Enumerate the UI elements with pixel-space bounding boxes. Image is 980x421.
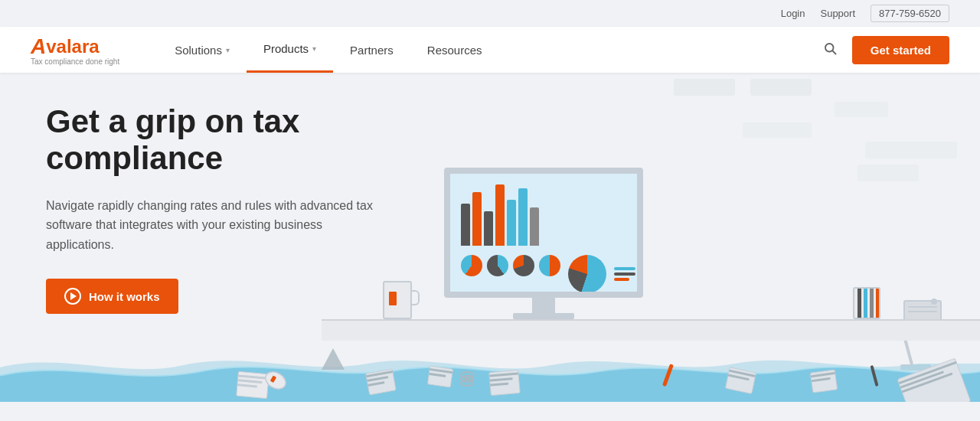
nav-products[interactable]: Products ▾ <box>247 27 333 73</box>
big-pie-chart <box>568 255 606 293</box>
bar-3 <box>484 211 493 246</box>
legend-line-2 <box>614 273 635 276</box>
top-bar: Login Support 877-759-6520 <box>0 0 980 27</box>
legend-line-1 <box>614 267 635 270</box>
play-icon <box>64 288 81 305</box>
bar-7 <box>530 207 539 246</box>
chart-area <box>458 181 639 284</box>
nav-resources[interactable]: Resources <box>410 27 499 73</box>
login-link[interactable]: Login <box>781 8 805 19</box>
monitor-stand <box>532 298 555 313</box>
logo-a-icon: A <box>31 34 46 59</box>
logo-area[interactable]: A valara Tax compliance done right <box>31 34 119 66</box>
hero-content: Get a grip on tax compliance Navigate ra… <box>0 103 398 314</box>
lamp-rib-2 <box>908 311 937 312</box>
nav-partners[interactable]: Partners <box>333 27 410 73</box>
bar-chart <box>458 181 639 249</box>
pencil-1 <box>858 287 861 318</box>
pencil-3 <box>870 287 874 318</box>
nav-right: Get started <box>820 36 949 64</box>
donut-1 <box>461 255 482 276</box>
waves-container <box>0 325 980 402</box>
pie-chart-row <box>458 252 639 296</box>
svg-line-1 <box>832 51 835 54</box>
holder-body <box>853 287 880 319</box>
pencil-holder-illustration <box>853 287 880 319</box>
nav-solutions[interactable]: Solutions ▾ <box>158 27 247 73</box>
mug-handle <box>410 290 420 305</box>
bar-1 <box>461 204 470 246</box>
waves-svg <box>0 325 980 402</box>
monitor-illustration: A ✓ ── ✓ ── ✓ ── ✓ ── <box>444 168 643 319</box>
lamp-rib-1 <box>908 306 937 308</box>
search-icon <box>823 41 837 55</box>
phone-number: 877-759-6520 <box>871 5 949 22</box>
pencil-2 <box>864 287 867 318</box>
legend-lines <box>614 255 635 293</box>
bar-5 <box>507 200 516 246</box>
pencil-4 <box>876 287 880 318</box>
shark-fin-icon <box>322 348 345 370</box>
get-started-button[interactable]: Get started <box>852 36 949 64</box>
play-triangle-icon <box>70 292 77 300</box>
bar-4 <box>495 184 505 246</box>
donut-4 <box>539 255 560 276</box>
how-it-works-button[interactable]: How it works <box>46 279 178 314</box>
screen-content: A ✓ ── ✓ ── ✓ ── ✓ ── <box>450 174 637 292</box>
donut-3 <box>513 255 534 276</box>
lamp-illustration <box>903 300 942 321</box>
hero-description: Navigate rapidly changing rates and rule… <box>46 196 375 255</box>
monitor-base <box>513 313 574 319</box>
lamp-handle-detail <box>931 299 937 305</box>
chevron-down-icon: ▾ <box>226 46 230 54</box>
chevron-down-icon: ▾ <box>312 44 316 53</box>
nav-links: Solutions ▾ Products ▾ Partners Resource… <box>158 27 820 73</box>
support-link[interactable]: Support <box>820 8 855 19</box>
logo-tagline: Tax compliance done right <box>31 57 119 66</box>
donut-2 <box>487 255 508 276</box>
how-it-works-label: How it works <box>89 290 160 303</box>
search-button[interactable] <box>820 38 840 62</box>
monitor-screen: A ✓ ── ✓ ── ✓ ── ✓ ── <box>444 168 643 298</box>
hero-section: Get a grip on tax compliance Navigate ra… <box>0 73 980 402</box>
bar-2 <box>472 192 482 246</box>
hero-title: Get a grip on tax compliance <box>46 103 398 178</box>
bar-6 <box>518 188 528 246</box>
navbar: A valara Tax compliance done right Solut… <box>0 27 980 73</box>
legend-line-3 <box>614 278 629 281</box>
logo-name: valara <box>46 36 99 57</box>
logo: A valara <box>31 34 119 59</box>
lamp-head <box>903 300 942 321</box>
